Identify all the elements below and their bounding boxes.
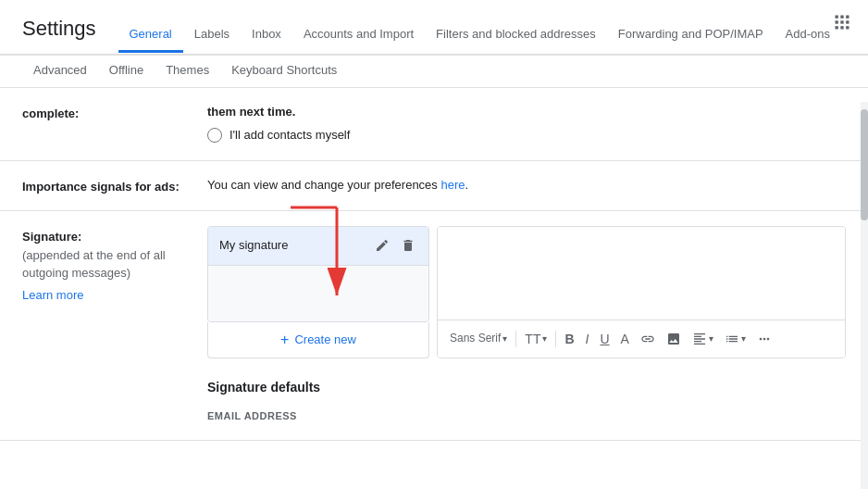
- create-new-signature-button[interactable]: + Create new: [207, 322, 429, 358]
- signature-editor-body[interactable]: [438, 227, 845, 319]
- tab-addons[interactable]: Add-ons: [775, 18, 841, 53]
- signature-actions: [373, 236, 417, 255]
- signature-email-address-label: EMAIL ADDRESS: [207, 408, 846, 425]
- toolbar-font-size[interactable]: TT: [520, 326, 552, 352]
- signature-arrow-container: My signature: [207, 226, 429, 322]
- toolbar-underline[interactable]: U: [595, 326, 614, 352]
- tab-general[interactable]: General: [118, 18, 183, 53]
- signature-sublabel: (appended at the end of all outgoing mes…: [22, 246, 207, 282]
- contacts-radio-label: I'll add contacts myself: [229, 126, 350, 145]
- signature-edit-button[interactable]: [373, 236, 391, 255]
- settings-content: complete: them next time. I'll add conta…: [0, 88, 868, 475]
- signature-editor[interactable]: Sans Serif TT B I U A: [437, 226, 846, 358]
- complete-section: complete: them next time. I'll add conta…: [0, 88, 868, 161]
- toolbar-text-color[interactable]: A: [616, 326, 634, 352]
- signature-list-item[interactable]: My signature: [208, 227, 428, 266]
- importance-signals-section: Importance signals for ads: You can view…: [0, 161, 868, 212]
- toolbar-bold[interactable]: B: [560, 326, 578, 352]
- tab-offline[interactable]: Offline: [98, 56, 155, 87]
- signature-toolbar: Sans Serif TT B I U A: [438, 320, 845, 357]
- create-new-label: Create new: [294, 332, 355, 346]
- tab-accounts[interactable]: Accounts and Import: [292, 18, 425, 53]
- complete-radio-option: I'll add contacts myself: [207, 126, 846, 145]
- signature-section: Signature: (appended at the end of all o…: [0, 211, 868, 441]
- tab-advanced[interactable]: Advanced: [22, 56, 98, 87]
- svg-rect-1: [840, 16, 843, 19]
- settings-header: Settings General Labels Inbox Accounts a…: [0, 0, 868, 55]
- secondary-nav: Advanced Offline Themes Keyboard Shortcu…: [0, 56, 868, 88]
- create-new-plus-icon: +: [280, 332, 289, 348]
- importance-signals-value: You can view and change your preferences…: [207, 176, 846, 195]
- tab-inbox[interactable]: Inbox: [241, 18, 292, 53]
- page-title: Settings: [22, 17, 96, 54]
- signature-label-text: Signature:: [22, 230, 81, 244]
- svg-rect-7: [840, 26, 843, 29]
- signature-learn-more-link[interactable]: Learn more: [22, 286, 207, 305]
- toolbar-link[interactable]: [636, 329, 660, 349]
- signature-left-panel: My signature: [207, 226, 429, 358]
- toolbar-italic[interactable]: I: [581, 326, 594, 352]
- contacts-radio[interactable]: [207, 128, 222, 143]
- complete-value: them next time. I'll add contacts myself: [207, 103, 846, 145]
- toolbar-sep2: [555, 331, 556, 347]
- signature-preview: [208, 266, 428, 321]
- svg-rect-6: [836, 26, 838, 29]
- signature-list: My signature: [207, 226, 429, 322]
- tab-themes[interactable]: Themes: [155, 56, 220, 87]
- toolbar-align[interactable]: [688, 329, 718, 349]
- svg-rect-4: [840, 20, 843, 23]
- svg-rect-0: [836, 16, 838, 19]
- tab-labels[interactable]: Labels: [183, 18, 241, 53]
- signature-defaults: Signature defaults EMAIL ADDRESS: [207, 377, 846, 425]
- svg-rect-5: [846, 20, 849, 23]
- grid-icon[interactable]: [833, 13, 851, 34]
- importance-signals-text: You can view and change your preferences: [207, 178, 440, 192]
- signature-label: Signature: (appended at the end of all o…: [22, 226, 207, 304]
- signature-container: My signature: [207, 226, 846, 358]
- importance-signals-end: .: [465, 178, 469, 192]
- toolbar-font-family[interactable]: Sans Serif: [445, 327, 512, 350]
- tab-keyboard-shortcuts[interactable]: Keyboard Shortcuts: [220, 56, 348, 87]
- scrollbar[interactable]: [861, 102, 868, 489]
- signature-name: My signature: [219, 236, 288, 256]
- signature-value: My signature: [207, 226, 846, 425]
- tab-forwarding[interactable]: Forwarding and POP/IMAP: [607, 18, 775, 53]
- svg-rect-8: [846, 26, 849, 29]
- complete-label: complete:: [22, 103, 207, 123]
- tab-filters[interactable]: Filters and blocked addresses: [425, 18, 607, 53]
- svg-rect-3: [836, 20, 838, 23]
- toolbar-list[interactable]: [720, 329, 750, 349]
- svg-rect-2: [846, 16, 849, 19]
- toolbar-image[interactable]: [662, 329, 686, 349]
- signature-defaults-title: Signature defaults: [207, 377, 846, 397]
- toolbar-sep1: [515, 331, 516, 347]
- signature-delete-button[interactable]: [399, 236, 417, 255]
- importance-signals-label: Importance signals for ads:: [22, 176, 207, 196]
- scrollbar-thumb[interactable]: [861, 109, 868, 220]
- toolbar-more[interactable]: [752, 329, 776, 349]
- complete-bold-text: them next time.: [207, 103, 846, 122]
- importance-signals-link[interactable]: here: [440, 178, 465, 192]
